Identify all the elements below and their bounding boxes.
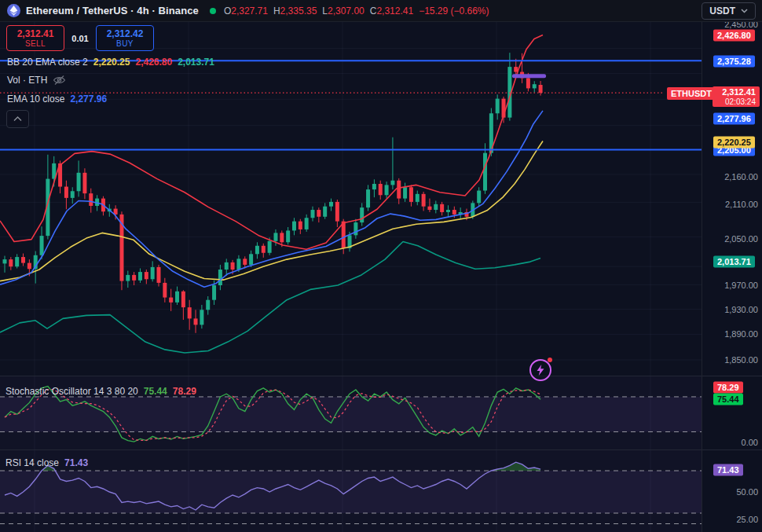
ohlc-value: 2,327.71 xyxy=(231,6,268,17)
legend-volume[interactable]: Vol · ETH xyxy=(7,75,66,86)
buy-price: 2,312.42 xyxy=(107,29,144,39)
ema10-badge: 2,277.96 xyxy=(713,113,755,125)
lightning-trade-icon[interactable] xyxy=(529,359,551,381)
top-toolbar: Ethereum / TetherUS · 4h · Binance O2,32… xyxy=(0,0,762,22)
price-scale-tick: 2,160.00 xyxy=(724,172,758,182)
bb-upper-badge: 2,426.80 xyxy=(713,30,755,42)
bb-basis-value: 2,220.25 xyxy=(93,57,130,68)
price-scale-tick: 0.00 xyxy=(742,438,758,447)
ema10-value: 2,277.96 xyxy=(70,94,107,105)
sell-button[interactable]: 2,312.41 SELL xyxy=(6,25,64,51)
ohlc-values: O2,327.71H2,335.35L2,307.00C2,312.41 xyxy=(224,6,413,17)
currency-dropdown-value: USDT xyxy=(709,6,735,17)
stoch-k-value: 75.44 xyxy=(144,386,167,397)
price-scale-tick: 2,050.00 xyxy=(724,234,758,244)
legend-ema[interactable]: EMA 10 close 2,277.96 xyxy=(7,94,107,105)
ohlc-value: 2,312.41 xyxy=(376,6,413,17)
sell-price: 2,312.41 xyxy=(17,29,54,39)
bb-basis-badge: 2,220.25 xyxy=(713,137,755,149)
market-status-icon[interactable] xyxy=(210,8,216,14)
eye-off-icon[interactable] xyxy=(53,75,66,86)
chevron-up-icon xyxy=(13,116,22,122)
stoch-d-value: 78.29 xyxy=(173,386,196,397)
ohlc-value: 2,335.35 xyxy=(280,6,317,17)
price-scale-tick: 1,890.00 xyxy=(724,329,758,339)
bb-lower-value: 2,013.71 xyxy=(178,57,214,68)
rsi-value: 71.43 xyxy=(64,457,88,468)
ohlc-label: L2,307.00 xyxy=(322,6,364,17)
legend-stochastic[interactable]: Stochastic Oscillator 14 3 80 20 75.44 7… xyxy=(5,386,196,397)
collapse-legend-button[interactable] xyxy=(6,110,29,128)
trading-app: Ethereum / TetherUS · 4h · Binance O2,32… xyxy=(0,0,762,532)
legend-bollinger-title: BB 20 EMA close 2 xyxy=(7,57,88,68)
trade-panel: 2,312.41 SELL 0.01 2,312.42 BUY xyxy=(6,25,154,51)
symbol-title[interactable]: Ethereum / TetherUS · 4h · Binance xyxy=(26,5,199,17)
ethereum-logo-icon xyxy=(7,4,20,17)
chart-canvas[interactable] xyxy=(0,0,762,532)
chevron-down-icon xyxy=(741,9,748,13)
sell-label: SELL xyxy=(25,39,46,48)
buy-label: BUY xyxy=(116,39,134,48)
price-scale-tick: 2,110.00 xyxy=(725,200,758,209)
hline1-price-badge: 2,375.28 xyxy=(713,55,755,67)
spread-value: 0.01 xyxy=(64,34,96,43)
legend-bollinger[interactable]: BB 20 EMA close 2 2,220.25 2,426.80 2,01… xyxy=(7,57,214,68)
notification-dot xyxy=(548,358,552,362)
ohlc-label: C2,312.41 xyxy=(370,6,413,17)
stoch-k-badge: 75.44 xyxy=(713,393,743,405)
price-change: −15.29 (−0.66%) xyxy=(419,6,489,17)
stoch-d-badge: 78.29 xyxy=(713,382,743,394)
ohlc-value: 2,307.00 xyxy=(328,6,365,17)
price-scale-tick: 50.00 xyxy=(736,487,758,497)
price-scale-tick: 1,850.00 xyxy=(724,355,758,365)
price-scale-tick: 1,930.00 xyxy=(724,305,758,314)
legend-stochastic-title: Stochastic Oscillator 14 3 80 20 xyxy=(5,386,138,397)
bb-upper-value: 2,426.80 xyxy=(135,57,172,68)
legend-volume-title: Vol · ETH xyxy=(7,75,47,86)
last-price-value: 2,312.41 xyxy=(716,87,756,97)
symbol-tag: ETHUSDT xyxy=(667,87,716,100)
currency-dropdown[interactable]: USDT xyxy=(702,2,756,20)
price-scale-tick: 25.00 xyxy=(736,515,758,524)
legend-rsi-title: RSI 14 close xyxy=(5,457,59,468)
buy-button[interactable]: 2,312.42 BUY xyxy=(96,25,154,51)
candle-countdown: 02:03:24 xyxy=(716,97,756,106)
ohlc-label: H2,335.35 xyxy=(273,6,317,17)
legend-rsi[interactable]: RSI 14 close 71.43 xyxy=(5,457,88,468)
rsi-badge: 71.43 xyxy=(713,464,743,475)
ohlc-label: O2,327.71 xyxy=(224,6,268,17)
price-scale-tick: 1,970.00 xyxy=(724,281,758,290)
bb-lower-badge: 2,013.71 xyxy=(713,256,755,268)
legend-ema-title: EMA 10 close xyxy=(7,94,64,105)
last-price-badge: 2,312.41 02:03:24 xyxy=(713,86,760,107)
